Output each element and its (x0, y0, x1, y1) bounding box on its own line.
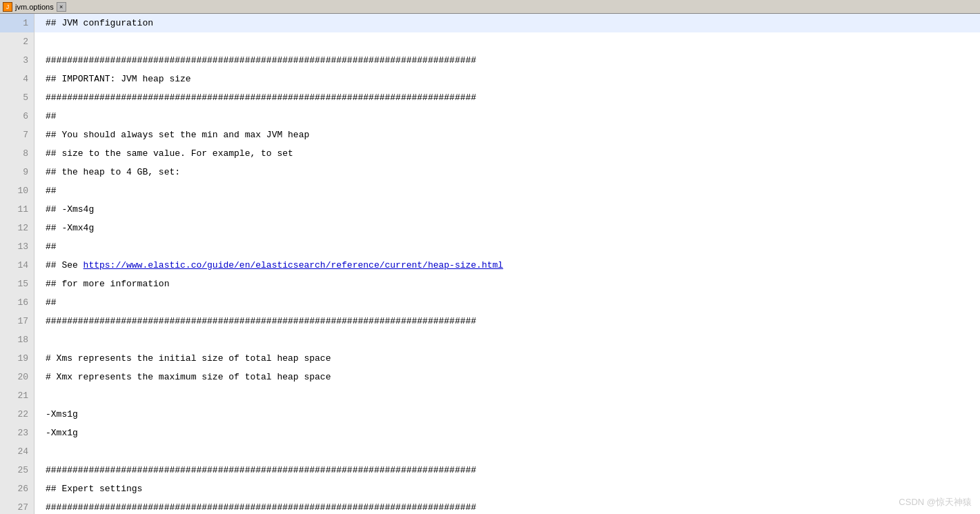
code-line-15: ## for more information (35, 275, 980, 293)
code-line-2 (35, 32, 980, 51)
title-bar: J jvm.options × (0, 0, 980, 14)
code-line-21 (35, 386, 980, 405)
line-number-7: 7 (0, 126, 34, 144)
line-number-14: 14 (0, 256, 34, 275)
code-line-16: ## (35, 293, 980, 312)
line-number-19: 19 (0, 349, 34, 368)
code-line-22: -Xms1g (35, 405, 980, 424)
code-line-6: ## (35, 107, 980, 126)
line-number-9: 9 (0, 163, 34, 181)
code-line-7: ## You should always set the min and max… (35, 126, 980, 144)
code-line-19: # Xms represents the initial size of tot… (35, 349, 980, 368)
line-number-24: 24 (0, 442, 34, 461)
line-number-21: 21 (0, 386, 34, 405)
code-line-8: ## size to the same value. For example, … (35, 144, 980, 163)
line-number-15: 15 (0, 275, 34, 293)
line-number-4: 4 (0, 70, 34, 88)
code-line-4: ## IMPORTANT: JVM heap size (35, 70, 980, 88)
code-line-12: ## -Xmx4g (35, 219, 980, 237)
code-line-24 (35, 442, 980, 461)
line-number-16: 16 (0, 293, 34, 312)
code-line-13: ## (35, 237, 980, 256)
line-number-23: 23 (0, 424, 34, 442)
line-number-1: 1 (0, 14, 34, 32)
line-number-2: 2 (0, 32, 34, 51)
code-line-25: ########################################… (35, 461, 980, 480)
title-text: jvm.options (15, 3, 54, 11)
code-line-1: ## JVM configuration (35, 14, 980, 32)
line-numbers: 1234567891011121314151617181920212223242… (0, 14, 35, 514)
line-number-26: 26 (0, 480, 34, 498)
line-number-22: 22 (0, 405, 34, 424)
file-icon: J (3, 2, 12, 12)
code-line-18 (35, 330, 980, 349)
code-line-20: # Xmx represents the maximum size of tot… (35, 368, 980, 386)
line-number-5: 5 (0, 88, 34, 107)
code-line-26: ## Expert settings (35, 480, 980, 498)
code-area[interactable]: ## JVM configuration####################… (35, 14, 980, 514)
line-number-17: 17 (0, 312, 34, 330)
line-number-25: 25 (0, 461, 34, 480)
line-number-20: 20 (0, 368, 34, 386)
code-line-17: ########################################… (35, 312, 980, 330)
code-line-27: ########################################… (35, 498, 980, 514)
code-line-23: -Xmx1g (35, 424, 980, 442)
code-line-14: ## See https://www.elastic.co/guide/en/e… (35, 256, 980, 275)
line-number-8: 8 (0, 144, 34, 163)
line-number-11: 11 (0, 200, 34, 219)
code-line-5: ########################################… (35, 88, 980, 107)
code-line-10: ## (35, 181, 980, 200)
line-number-13: 13 (0, 237, 34, 256)
code-line-3: ########################################… (35, 51, 980, 70)
line-number-10: 10 (0, 181, 34, 200)
heap-size-link[interactable]: https://www.elastic.co/guide/en/elastics… (84, 260, 504, 270)
code-line-9: ## the heap to 4 GB, set: (35, 163, 980, 181)
watermark: CSDN @惊天神猿 (899, 496, 972, 508)
editor-container: 1234567891011121314151617181920212223242… (0, 14, 980, 514)
code-line-11: ## -Xms4g (35, 200, 980, 219)
close-button[interactable]: × (57, 2, 66, 12)
line-number-18: 18 (0, 330, 34, 349)
line-number-27: 27 (0, 498, 34, 514)
line-number-6: 6 (0, 107, 34, 126)
line-number-12: 12 (0, 219, 34, 237)
line-number-3: 3 (0, 51, 34, 70)
